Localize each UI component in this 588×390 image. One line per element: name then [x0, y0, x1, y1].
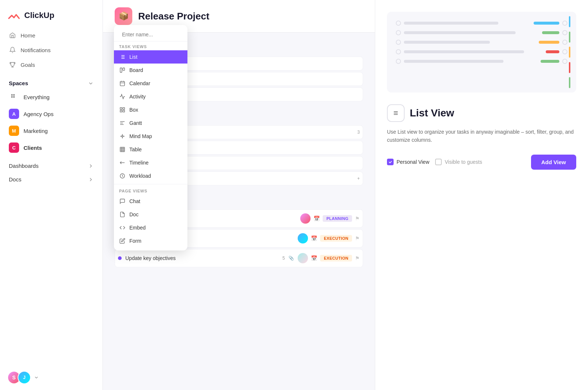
space-marketing[interactable]: M Marketing	[4, 122, 98, 139]
bell-icon	[9, 46, 16, 54]
task-meta: 📅 EXECUTION ⚑	[298, 253, 360, 263]
nav-home[interactable]: Home	[4, 28, 98, 43]
home-icon	[9, 32, 16, 39]
nav-notifications[interactable]: Notifications	[4, 43, 98, 57]
user-avatar-secondary: J	[18, 371, 31, 384]
space-clients[interactable]: C Clients	[4, 139, 98, 156]
nav-notifications-label: Notifications	[21, 47, 51, 53]
menu-item-board[interactable]: Board	[114, 64, 187, 77]
menu-item-calendar[interactable]: Calendar	[114, 77, 187, 90]
menu-item-workload[interactable]: Workload	[114, 169, 187, 183]
preview-bar	[404, 22, 498, 25]
preview-row-3	[396, 40, 567, 45]
menu-item-mindmap[interactable]: Mind Map	[114, 130, 187, 143]
table-row[interactable]: Update key objectives 5 📎 📅 EXECUTION ⚑	[115, 249, 363, 267]
svg-point-2	[11, 96, 13, 98]
dropdown-search-row	[114, 28, 187, 41]
attachment-icon: 📎	[288, 256, 294, 261]
menu-item-gantt[interactable]: Gantt	[114, 116, 187, 130]
personal-view-checkbox[interactable]	[387, 159, 394, 165]
list-menu-icon	[119, 54, 126, 60]
menu-item-table[interactable]: Table	[114, 143, 187, 156]
menu-item-box[interactable]: Box	[114, 103, 187, 116]
menu-item-chat-label: Chat	[129, 198, 140, 204]
menu-item-timeline[interactable]: Timeline	[114, 156, 187, 169]
preview-bar	[404, 50, 524, 53]
preview-circle	[396, 21, 401, 26]
menu-item-form[interactable]: Form	[114, 234, 187, 248]
color-bar-green	[569, 32, 570, 43]
menu-item-chat[interactable]: Chat	[114, 195, 187, 208]
menu-item-table-label: Table	[129, 147, 141, 152]
preview-bar-red	[546, 50, 559, 53]
preview-circle	[396, 59, 401, 64]
user-avatars[interactable]: S J	[7, 371, 31, 384]
menu-item-embed[interactable]: Embed	[114, 221, 187, 234]
preview-circle	[396, 49, 401, 54]
task-plus: +	[357, 176, 360, 181]
svg-point-3	[13, 96, 15, 98]
task-meta: 📅 EXECUTION ⚑	[298, 233, 360, 243]
visible-guests-check[interactable]: Visible to guests	[435, 159, 482, 165]
user-menu-chevron[interactable]	[34, 375, 39, 380]
dropdown-search-input[interactable]	[122, 32, 186, 37]
svg-rect-24	[120, 110, 122, 112]
personal-view-check[interactable]: Personal View	[387, 159, 429, 165]
board-menu-icon	[119, 67, 126, 73]
everything-icon	[9, 92, 19, 102]
menu-item-doc-label: Doc	[129, 212, 139, 217]
doc-menu-icon	[119, 211, 126, 218]
dropdown-menu: TASK VIEWS List Board Calendar Activity …	[114, 25, 187, 250]
spaces-header[interactable]: Spaces	[0, 76, 103, 89]
nav-goals[interactable]: Goals	[4, 57, 98, 72]
task-views-label: TASK VIEWS	[114, 41, 187, 50]
preview-bar-orange	[539, 41, 559, 44]
flag-icon: ⚑	[355, 255, 360, 261]
calendar-icon: 📅	[311, 235, 317, 241]
preview-row-1	[396, 21, 567, 26]
workload-menu-icon	[119, 173, 126, 179]
preview-visual	[387, 12, 576, 93]
task-meta: 📅 PLANNING ⚑	[300, 213, 360, 224]
project-icon: 📦	[115, 7, 132, 25]
menu-item-list[interactable]: List	[114, 50, 187, 64]
space-everything[interactable]: Everything	[4, 89, 98, 105]
nav-home-label: Home	[21, 32, 35, 39]
task-badge: EXECUTION	[320, 255, 352, 261]
box-menu-icon	[119, 106, 126, 113]
space-clients-label: Clients	[24, 145, 42, 151]
preview-description: Use List view to organize your tasks in …	[387, 128, 576, 144]
svg-point-1	[13, 94, 15, 96]
space-agency-ops[interactable]: A Agency Ops	[4, 105, 98, 122]
svg-rect-23	[123, 108, 125, 109]
nav-goals-label: Goals	[21, 62, 35, 68]
clients-avatar: C	[9, 142, 19, 153]
preview-title: List View	[410, 107, 454, 119]
preview-circle-2	[562, 40, 567, 45]
preview-icon-box: ≡	[387, 104, 405, 122]
personal-view-label: Personal View	[397, 159, 429, 165]
embed-menu-icon	[119, 224, 126, 231]
space-everything-label: Everything	[24, 94, 50, 100]
visible-guests-checkbox[interactable]	[435, 159, 442, 165]
docs-section[interactable]: Docs	[4, 173, 98, 186]
dashboards-section[interactable]: Dashboards	[4, 159, 98, 173]
task-count: 5	[282, 256, 285, 261]
preview-circle-2	[562, 30, 567, 35]
svg-rect-34	[120, 147, 125, 152]
preview-circle-2	[562, 49, 567, 54]
app-name: ClickUp	[24, 11, 54, 20]
task-avatar	[298, 253, 308, 263]
color-bar-blue	[569, 16, 570, 27]
agency-ops-avatar: A	[9, 109, 19, 119]
task-avatar	[298, 233, 308, 243]
preview-title-row: ≡ List View	[387, 104, 576, 122]
svg-point-29	[122, 136, 123, 137]
preview-row-2	[396, 30, 567, 35]
menu-item-doc[interactable]: Doc	[114, 208, 187, 221]
color-bar-green2	[569, 77, 570, 88]
menu-item-workload-label: Workload	[129, 173, 151, 179]
menu-item-activity[interactable]: Activity	[114, 90, 187, 103]
add-view-button[interactable]: Add View	[531, 155, 576, 170]
menu-item-gantt-label: Gantt	[129, 120, 142, 126]
